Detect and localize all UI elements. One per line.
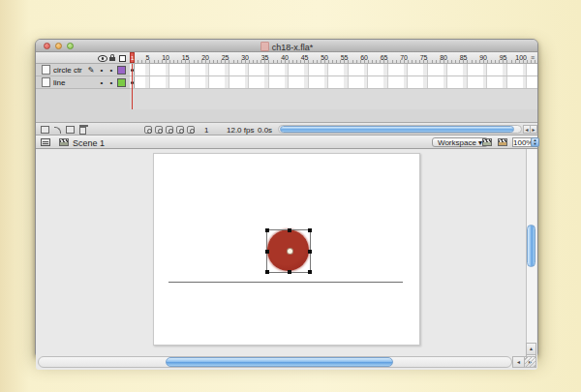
frame-rate-value[interactable]: 12.0 fps: [227, 126, 254, 135]
layer-visibility-dot[interactable]: •: [97, 78, 107, 87]
outline-layers-icon[interactable]: [119, 55, 126, 62]
layer-row-circle-ctr[interactable]: circle ctr ✎ • •: [36, 64, 130, 76]
selection-handle-e[interactable]: [308, 250, 312, 254]
window-title: ch18-x.fla*: [272, 43, 314, 52]
active-layer-pencil-icon: ✎: [85, 66, 97, 75]
layer-name[interactable]: circle ctr: [53, 66, 85, 75]
show-hide-layers-icon[interactable]: [98, 55, 107, 62]
transformation-point[interactable]: [287, 248, 293, 255]
layer-page-icon: [42, 77, 50, 87]
ruler-tick: 75: [408, 53, 428, 62]
workspace-button[interactable]: Workspace ▾: [432, 137, 488, 147]
scene-clapper-icon: [59, 138, 69, 146]
line-shape[interactable]: [168, 282, 403, 283]
frames-empty-area: [130, 89, 537, 109]
document-window: ch18-x.fla* circle ctr ✎ • • line: [35, 39, 538, 356]
ruler-ticks: 5 10 15 20 25 30 35 40 45 50 55 60 65 70…: [130, 53, 527, 62]
ruler-tick: 100: [507, 53, 528, 62]
ruler-tick: 65: [368, 53, 388, 62]
delete-layer-icon[interactable]: [79, 127, 86, 135]
selection-handle-se[interactable]: [308, 270, 312, 274]
selection-handle-w[interactable]: [265, 250, 269, 254]
pasteboard[interactable]: ▲ ▼ ◄ ►: [36, 149, 537, 370]
selection-handle-ne[interactable]: [308, 228, 312, 232]
title-bar[interactable]: ch18-x.fla*: [36, 40, 537, 52]
ruler-tick: 20: [190, 53, 210, 62]
ruler-tick: 55: [328, 53, 349, 62]
document-icon: [260, 42, 269, 51]
layers-empty-area: [36, 89, 130, 122]
hide-timeline-icon[interactable]: [41, 138, 50, 146]
ruler-tick: 10: [150, 53, 170, 62]
ruler-tick: 30: [229, 53, 250, 62]
elapsed-time-value: 0.0s: [258, 126, 272, 135]
selection-handle-n[interactable]: [288, 228, 291, 232]
layer-page-icon: [42, 65, 50, 75]
selection-handle-sw[interactable]: [265, 270, 269, 274]
ruler-tick: 50: [309, 53, 329, 62]
scene-label[interactable]: Scene 1: [73, 138, 105, 148]
layers-header: [36, 52, 130, 64]
ruler-tick: 15: [169, 53, 190, 62]
stage-canvas[interactable]: [153, 153, 420, 346]
layer-row-line[interactable]: line • •: [36, 76, 130, 89]
insert-layer-folder-icon[interactable]: [66, 126, 75, 134]
h-scrollbar-thumb[interactable]: [166, 357, 393, 367]
timeline-panel: circle ctr ✎ • • line • • 5 10: [36, 52, 537, 136]
edit-bar: Scene 1 Workspace ▾ 100% ▲▼: [36, 136, 537, 149]
layer-outline-color-swatch[interactable]: [117, 66, 126, 75]
frames-row-circle-ctr[interactable]: [130, 64, 537, 76]
playhead-line: [132, 64, 133, 109]
timeline-scroll-right-icon[interactable]: ►: [530, 125, 537, 134]
layers-panel: circle ctr ✎ • • line • •: [36, 52, 130, 103]
timeline-ruler[interactable]: 5 10 15 20 25 30 35 40 45 50 55 60 65 70…: [130, 52, 537, 64]
ruler-tick: 85: [447, 53, 468, 62]
ruler-tick: 80: [428, 53, 448, 62]
zoom-stepper[interactable]: ▲▼: [531, 137, 539, 147]
onion-skin-icon[interactable]: [155, 126, 163, 134]
ruler-tick: 60: [349, 53, 369, 62]
selection-handle-s[interactable]: [288, 270, 291, 274]
window-title-wrap: ch18-x.fla*: [36, 42, 537, 52]
onion-skin-outlines-icon[interactable]: [166, 126, 173, 134]
ruler-tick: 70: [388, 53, 409, 62]
edit-scene-icon[interactable]: [482, 138, 492, 146]
ruler-tick: 90: [468, 53, 488, 62]
ruler-tick: 45: [289, 53, 309, 62]
edit-multiple-frames-icon[interactable]: [176, 126, 184, 134]
ruler-tick: 35: [249, 53, 269, 62]
ruler-tick: 40: [269, 53, 290, 62]
resize-grip[interactable]: [525, 356, 536, 368]
frames-row-line[interactable]: [130, 76, 537, 89]
ruler-tick: 25: [209, 53, 229, 62]
edit-symbols-icon[interactable]: [498, 138, 507, 146]
timeline-h-scrollbar-thumb[interactable]: [280, 126, 514, 133]
add-motion-guide-icon[interactable]: [53, 126, 62, 134]
modify-onion-markers-icon[interactable]: [187, 126, 195, 134]
timeline-h-scrollbar-track[interactable]: [278, 125, 522, 134]
layer-visibility-dot[interactable]: •: [97, 66, 107, 75]
ruler-tick: 95: [487, 53, 507, 62]
lock-layers-icon[interactable]: [109, 57, 115, 61]
selection-handle-nw[interactable]: [265, 228, 269, 232]
frame-view-menu-icon[interactable]: ≡: [531, 54, 534, 61]
layer-outline-color-swatch[interactable]: [117, 78, 126, 87]
insert-layer-icon[interactable]: [41, 126, 49, 134]
playhead[interactable]: 1: [130, 52, 135, 63]
center-frame-icon[interactable]: [144, 126, 152, 134]
layer-name[interactable]: line: [53, 78, 85, 87]
v-scrollbar-thumb[interactable]: [527, 225, 535, 267]
timeline-status-bar: 1 12.0 fps 0.0s ◄ ►: [36, 122, 537, 136]
layer-lock-dot[interactable]: •: [107, 78, 116, 87]
current-frame-value: 1: [204, 126, 208, 135]
layer-lock-dot[interactable]: •: [107, 66, 116, 75]
